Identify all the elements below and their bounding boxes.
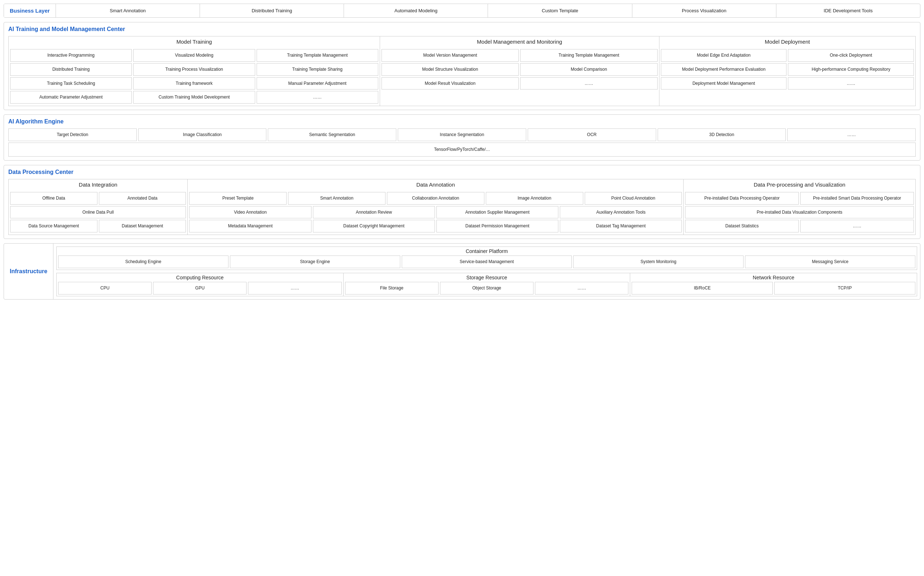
nr-tcpip: TCP/IP: [774, 282, 915, 294]
model-training-col: Model Training Interactive Programming V…: [9, 37, 380, 106]
di-offline: Offline Data: [10, 192, 98, 205]
md-r0c0: Model Edge End Adaptation: [661, 49, 787, 62]
network-grid: IB/RoCE TCP/IP: [631, 282, 915, 294]
dp-row1: Pre-installed Data Processing Operator P…: [685, 192, 914, 205]
da-row3: Metadata Management Dataset Copyright Ma…: [189, 220, 682, 232]
mt-r2c2: Manual Parameter Adjustment: [257, 77, 378, 90]
da-image: Image Annotation: [486, 192, 583, 205]
cp-messaging: Messaging Service: [745, 256, 915, 268]
md-r2c1: ……: [788, 77, 914, 90]
di-annotated: Annotated Data: [99, 192, 186, 205]
da-preset: Preset Template: [189, 192, 286, 205]
algo-0: Target Detection: [8, 128, 137, 141]
di-row1: Offline Data Annotated Data: [10, 192, 186, 205]
infrastructure-title: Infrastructure: [4, 243, 53, 299]
sr-file: File Storage: [345, 282, 438, 294]
algo-framework-wrapper: TensorFlow/PyTorch/Caffe/…: [8, 142, 916, 157]
cr-ellipsis: ……: [248, 282, 341, 294]
nr-ibroce: IB/RoCE: [631, 282, 773, 294]
model-deployment-grid: Model Edge End Adaptation One-click Depl…: [661, 49, 914, 90]
md-r2c0: Deployment Model Management: [661, 77, 787, 90]
data-processing-title: Data Processing Center: [8, 169, 916, 175]
md-r0c1: One-click Deployment: [788, 49, 914, 62]
da-row2: Video Annotation Annotation Review Annot…: [189, 206, 682, 219]
storage-grid: File Storage Object Storage ……: [345, 282, 629, 294]
md-r1c1: High-performance Computing Repository: [788, 63, 914, 76]
mt-r0c2: Training Template Management: [257, 49, 378, 62]
container-platform-grid: Scheduling Engine Storage Engine Service…: [58, 256, 915, 268]
bl-item-3[interactable]: Custom Template: [488, 4, 632, 17]
di-datasource: Data Source Management: [10, 220, 98, 232]
model-management-title: Model Management and Monitoring: [382, 38, 658, 46]
mm-r2c0: Model Result Visualization: [382, 77, 519, 90]
data-preprocess-title: Data Pre-processing and Visualization: [685, 182, 914, 189]
algo-6: ……: [787, 128, 916, 141]
cp-scheduling: Scheduling Engine: [58, 256, 229, 268]
cp-monitoring: System Monitoring: [573, 256, 743, 268]
algo-5: 3D Detection: [658, 128, 786, 141]
bl-item-4[interactable]: Process Visualization: [632, 4, 776, 17]
bl-item-0[interactable]: Smart Annotation: [56, 4, 200, 17]
data-annotation-title: Data Annotation: [189, 182, 682, 189]
da-auxiliary: Auxiliary Annotation Tools: [560, 206, 682, 219]
data-annotation-col: Data Annotation Preset Template Smart An…: [188, 179, 684, 235]
ai-algorithm-title: AI Algorithm Engine: [8, 118, 916, 125]
data-preprocess-col: Data Pre-processing and Visualization Pr…: [684, 179, 915, 235]
cr-cpu: CPU: [58, 282, 152, 294]
dp-ellipsis: ……: [800, 220, 914, 232]
data-integration-title: Data Integration: [10, 182, 186, 189]
bl-item-2[interactable]: Automated Modeling: [344, 4, 488, 17]
dp-preinstalled-smart: Pre-installed Smart Data Processing Oper…: [800, 192, 914, 205]
da-row1: Preset Template Smart Annotation Collabo…: [189, 192, 682, 205]
network-resource-title: Network Resource: [631, 275, 915, 280]
bl-item-5[interactable]: IDE Development Tools: [776, 4, 920, 17]
ai-training-section: AI Training and Model Management Center …: [3, 22, 921, 110]
di-online: Online Data Pull: [10, 206, 186, 219]
computing-grid: CPU GPU ……: [58, 282, 342, 294]
mt-r3c0: Automatic Parameter Adjustment: [10, 91, 132, 104]
storage-resource-col: Storage Resource File Storage Object Sto…: [344, 273, 631, 296]
da-video: Video Annotation: [189, 206, 311, 219]
algo-2: Semantic Segmentation: [268, 128, 396, 141]
cr-gpu: GPU: [153, 282, 246, 294]
data-integration-col: Data Integration Offline Data Annotated …: [9, 179, 188, 235]
mt-r1c2: Training Template Sharing: [257, 63, 378, 76]
algo-framework: TensorFlow/PyTorch/Caffe/…: [8, 142, 916, 157]
da-metadata: Metadata Management: [189, 220, 311, 232]
da-supplier: Annotation Supplier Management: [436, 206, 558, 219]
cp-service: Service-based Management: [402, 256, 572, 268]
da-smart: Smart Annotation: [288, 192, 385, 205]
di-row2: Online Data Pull: [10, 206, 186, 219]
cp-storage: Storage Engine: [230, 256, 400, 268]
bl-item-1[interactable]: Distributed Training: [200, 4, 344, 17]
business-layer: Business Layer Smart Annotation Distribu…: [3, 3, 921, 18]
model-deployment-col: Model Deployment Model Edge End Adaptati…: [659, 37, 915, 106]
mt-r0c1: Visualized Modeling: [133, 49, 255, 62]
mm-r2c1: ……: [520, 77, 657, 90]
container-platform-title: Container Platform: [58, 248, 915, 254]
mt-r1c0: Distributed Training: [10, 63, 132, 76]
dp-row3: Dataset Statistics ……: [685, 220, 914, 232]
md-r1c0: Model Deployment Performance Evaluation: [661, 63, 787, 76]
model-management-col: Model Management and Monitoring Model Ve…: [380, 37, 659, 106]
infrastructure-section: Infrastructure Container Platform Schedu…: [3, 243, 921, 299]
di-dataset: Dataset Management: [99, 220, 186, 232]
model-management-grid: Model Version Management Training Templa…: [382, 49, 658, 90]
dp-columns: Data Integration Offline Data Annotated …: [8, 179, 916, 235]
dp-statistics: Dataset Statistics: [685, 220, 799, 232]
model-deployment-title: Model Deployment: [661, 38, 914, 46]
computing-resource-title: Computing Resource: [58, 275, 342, 280]
model-training-title: Model Training: [10, 38, 378, 46]
algo-1: Image Classification: [138, 128, 267, 141]
business-layer-title: Business Layer: [4, 4, 56, 17]
da-tag: Dataset Tag Management: [560, 220, 682, 232]
sr-ellipsis: ……: [535, 282, 628, 294]
mt-r3c2: ……: [257, 91, 378, 104]
business-layer-items: Smart Annotation Distributed Training Au…: [56, 4, 920, 17]
network-resource-col: Network Resource IB/RoCE TCP/IP: [630, 273, 917, 296]
dp-preinstalled-processing: Pre-installed Data Processing Operator: [685, 192, 799, 205]
algo-4: OCR: [528, 128, 656, 141]
da-pointcloud: Point Cloud Annotation: [585, 192, 682, 205]
sr-object: Object Storage: [440, 282, 534, 294]
da-collab: Collaboration Annotation: [387, 192, 484, 205]
